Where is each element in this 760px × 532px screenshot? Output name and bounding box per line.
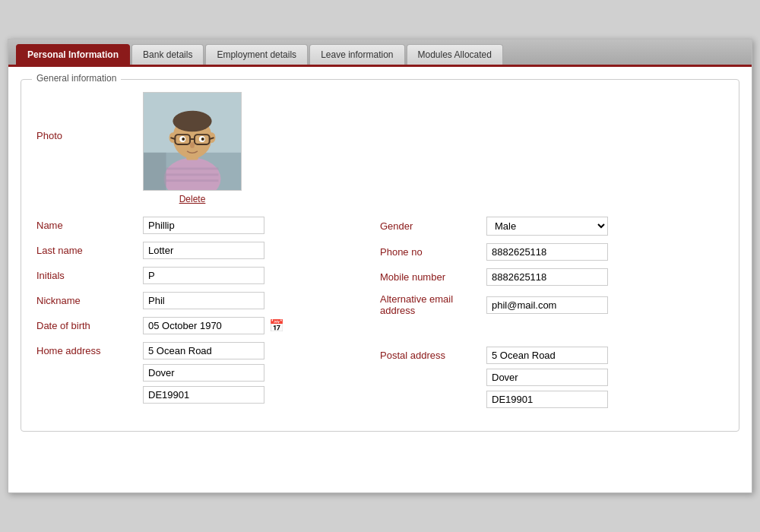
dob-input[interactable] — [143, 317, 264, 334]
alt-email-input[interactable] — [486, 296, 608, 314]
alt-email-label: Alternative email address — [380, 293, 486, 316]
photo-wrapper: Delete — [143, 92, 242, 204]
postal-address-row: Postal address — [380, 347, 724, 408]
svg-point-20 — [190, 142, 195, 148]
postal-address-line3[interactable] — [486, 391, 608, 408]
home-address-fields — [143, 342, 264, 404]
initials-row: Initials — [36, 267, 380, 284]
name-label: Name — [36, 220, 143, 231]
photo-label: Photo — [36, 92, 143, 141]
tab-modules-allocated[interactable]: Modules Allocated — [407, 44, 503, 65]
phone-row: Phone no — [380, 243, 724, 261]
home-address-line3[interactable] — [143, 386, 264, 404]
svg-rect-5 — [166, 179, 219, 182]
dob-row: Date of birth 📅 — [36, 317, 380, 334]
delete-photo-button[interactable]: Delete — [179, 194, 206, 204]
tab-bank-details[interactable]: Bank details — [131, 44, 204, 65]
phone-label: Phone no — [380, 246, 486, 258]
photo-image — [143, 92, 242, 191]
tab-personal-information[interactable]: Personal Information — [16, 44, 130, 65]
general-information-section: General information Photo — [21, 79, 739, 432]
postal-address-label: Postal address — [380, 347, 486, 361]
initials-input[interactable] — [143, 267, 264, 284]
app-container: Personal Information Bank details Employ… — [8, 39, 752, 493]
gender-select[interactable]: Male Female — [486, 217, 608, 236]
right-column: Gender Male Female Phone no Mobile numbe… — [380, 217, 724, 416]
home-address-label: Home address — [36, 342, 143, 356]
mobile-row: Mobile number — [380, 268, 724, 286]
svg-point-8 — [173, 111, 211, 132]
section-legend: General information — [32, 73, 121, 84]
svg-point-18 — [182, 138, 185, 141]
content-area: General information Photo — [8, 67, 752, 492]
svg-rect-4 — [166, 173, 219, 176]
tab-employment-details[interactable]: Employment details — [205, 44, 308, 65]
name-row: Name — [36, 217, 380, 234]
gender-row: Gender Male Female — [380, 217, 724, 236]
mobile-label: Mobile number — [380, 271, 486, 283]
nickname-label: Nickname — [36, 295, 143, 306]
last-name-input[interactable] — [143, 242, 264, 259]
alt-email-row: Alternative email address — [380, 293, 724, 316]
phone-input[interactable] — [486, 243, 608, 261]
tab-leave-information[interactable]: Leave information — [309, 44, 404, 65]
home-address-line2[interactable] — [143, 364, 264, 382]
dob-label: Date of birth — [36, 320, 143, 331]
nickname-input[interactable] — [143, 292, 264, 309]
svg-point-19 — [201, 138, 204, 141]
calendar-icon[interactable]: 📅 — [269, 318, 284, 333]
last-name-label: Last name — [36, 245, 143, 256]
gender-label: Gender — [380, 220, 486, 232]
last-name-row: Last name — [36, 242, 380, 259]
postal-address-line1[interactable] — [486, 347, 608, 364]
postal-address-line2[interactable] — [486, 369, 608, 386]
mobile-input[interactable] — [486, 268, 608, 286]
initials-label: Initials — [36, 270, 143, 281]
svg-rect-21 — [144, 153, 166, 190]
home-address-line1[interactable] — [143, 342, 264, 359]
spacer — [380, 324, 724, 347]
form-grid: Name Last name Initials Ni — [36, 217, 724, 416]
tab-bar: Personal Information Bank details Employ… — [8, 40, 752, 67]
photo-section: Photo — [36, 92, 724, 204]
left-column: Name Last name Initials Ni — [36, 217, 380, 416]
home-address-row: Home address — [36, 342, 380, 404]
postal-address-fields — [486, 347, 608, 408]
svg-rect-3 — [166, 167, 219, 169]
nickname-row: Nickname — [36, 292, 380, 309]
name-input[interactable] — [143, 217, 264, 234]
